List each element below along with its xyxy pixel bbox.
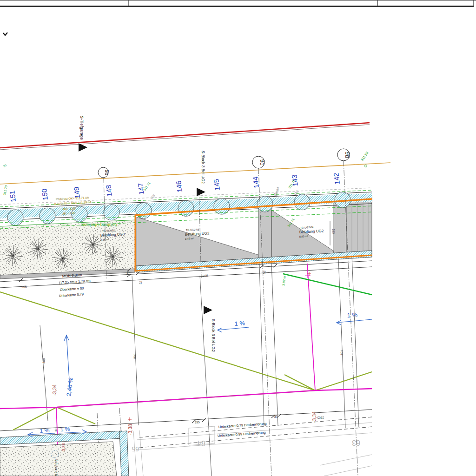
mok-label: MOK 2.30m [62, 273, 83, 278]
pile [257, 196, 273, 212]
slope-label-246: 2,46 % [65, 377, 74, 397]
basement-wall-vertical [119, 431, 129, 476]
axis-number-151: 151 [8, 190, 17, 203]
slope-label-mid: 1 % [234, 319, 245, 327]
wall-axis-f [352, 256, 359, 427]
point-number-153: 153 [150, 194, 155, 200]
vent-c-area: 2.45 m² [100, 238, 109, 241]
slope-label-right: 1 % [347, 311, 358, 319]
level-point-circle [365, 165, 367, 167]
deckensprung-label-2: Unterkante 0.99 Deckensprung [218, 430, 266, 438]
dim-52-b: 52 [262, 270, 266, 274]
dim-800-a: 800 [42, 358, 46, 364]
axis-number-150: 150 [40, 188, 49, 201]
room-number-64: 64 [197, 439, 205, 447]
below-grade-line-3 [320, 455, 372, 465]
pile [294, 194, 310, 210]
axis-number-142: 142 [332, 172, 341, 185]
pile [104, 205, 119, 220]
elevation-334-left: -3,34 [52, 384, 57, 396]
slope-label-left-west: 1 % [40, 427, 50, 434]
room-number-65: 65 [132, 445, 139, 453]
section-flag-3 [204, 306, 212, 314]
site-plan-drawing: 9b 9c 9d S-Tiefgarage S-Block 3 Bel UG2 … [0, 0, 476, 476]
deckensprung-label-1: Unterkante 0.79 Deckensprung [218, 422, 267, 429]
corner-check-mark [3, 33, 7, 35]
elevation-338-a: -3,38 [127, 424, 133, 435]
dim-2905: 2905 [317, 416, 324, 419]
dimension-ticks [19, 264, 281, 423]
boundary-offset-line [0, 125, 370, 150]
red-boundary-line [0, 123, 370, 148]
level-31170: 311 70 [3, 185, 8, 195]
level-20: 20 [2, 163, 7, 168]
slope-label-left-east: 1 % [60, 426, 70, 433]
mok-dims-label: (17.25 cm x 1.79 cm [59, 278, 91, 285]
grid-bubble-9b-label: 9b [104, 170, 110, 175]
olive-ridge-lines [0, 292, 372, 430]
green-pipe-line [283, 274, 372, 295]
unterkante-label: Unterkante 0.79 [59, 292, 84, 298]
dim-25: 25 [126, 271, 130, 275]
dim-52-a: 52 [139, 280, 142, 284]
elevation-334-right: -3,34 [311, 411, 317, 423]
planting-bed-lower [0, 442, 117, 476]
dim-598: 598 [203, 274, 208, 278]
dim-40: 40 [54, 428, 58, 432]
wall-axis-e [338, 259, 345, 428]
s-block-label-mid: S-Block 3 Bel UG2 [211, 319, 216, 352]
dim-800-b: 800 [133, 353, 137, 359]
below-grade-line-2 [137, 433, 372, 450]
dim-180: 180 [332, 229, 335, 234]
wall-axis-a [40, 325, 48, 421]
slope-arrow-right [337, 319, 372, 325]
wall-axis-b [132, 276, 139, 425]
axis-number-148: 148 [104, 185, 113, 197]
pile [214, 198, 230, 214]
vent-a-area: 2.45 m² [185, 237, 194, 240]
vent-b-area: 8.50 m² [299, 235, 308, 238]
dim-800-c: 800 [340, 350, 344, 355]
level-31158: 311 58 [360, 151, 369, 162]
dim-556: 556 [21, 285, 27, 289]
pile [7, 210, 23, 225]
section-flag-2 [197, 188, 205, 196]
magenta-drain-right [307, 264, 315, 390]
cad-canvas: 9b 9c 9d S-Tiefgarage S-Block 3 Bel UG2 … [0, 0, 476, 476]
pfahlrost-note-1: Pfahlrost OK= 311.71 üA [56, 196, 90, 201]
s-block-label-top: S-Block 3 Bel UG2 [201, 151, 205, 184]
wall-axis-c [259, 264, 264, 426]
grid-bubble-9c-label: 9c [259, 159, 265, 165]
belueftung-oberkante-label: Belüftung Oberkante [81, 223, 117, 227]
planting-bed-area [0, 220, 135, 275]
dim-295: 295 [195, 420, 200, 424]
pipe-length-label: 3.82 m [282, 276, 286, 286]
wall-axis-d [271, 264, 278, 426]
title-block-strip [0, 0, 476, 7]
below-grade-line-4 [324, 466, 372, 476]
room-number-63: 63 [352, 439, 360, 447]
s-tiefgarage-label: S-Tiefgarage [79, 116, 84, 140]
pile [40, 208, 55, 224]
elevation-338-b: -3,38 [61, 443, 66, 452]
grid-bubble-9d-label: 9d [344, 152, 350, 158]
axis-number-144: 144 [251, 176, 260, 189]
axis-number-146: 146 [174, 180, 184, 193]
basement-corner [0, 431, 129, 476]
oberkante-label: Oberkante ± 00 [60, 286, 84, 292]
section-flag-1 [79, 143, 87, 152]
s-block-label-bottom: S-Block 3 Bel [54, 459, 58, 476]
slope-arrow-mid [218, 327, 249, 332]
text-labels: S-Tiefgarage S-Block 3 Bel UG2 S-Block 3… [2, 116, 369, 476]
axis-number-145: 145 [212, 178, 221, 191]
